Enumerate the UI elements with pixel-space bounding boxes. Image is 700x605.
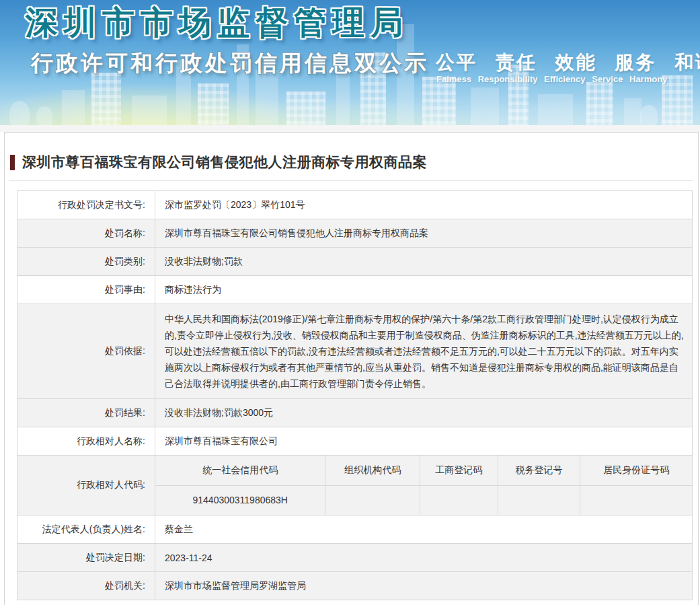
row-decision-date: 处罚决定日期: 2023-11-24 — [17, 544, 693, 572]
case-title-block: 深圳市尊百福珠宝有限公司销售侵犯他人注册商标专用权商品案 — [10, 153, 698, 172]
row-label: 处罚依据: — [17, 304, 155, 399]
title-divider — [9, 180, 693, 181]
codes-header-id-number: 居民身份证号码 — [580, 456, 692, 485]
codes-value-row: 91440300311980683H — [155, 485, 692, 515]
slogan-english: Faimess Responsibility Efficiency Servic… — [436, 74, 667, 84]
row-value: 中华人民共和国商标法(2019修正)/第七章注册商标专用权的保护/第六十条/第2… — [155, 304, 693, 399]
row-value: 2023-11-24 — [155, 544, 693, 572]
penalty-info-table: 行政处罚决定书文号: 深市监罗处罚〔2023〕翠竹101号 处罚名称: 深圳市尊… — [17, 190, 693, 600]
row-decision-number: 行政处罚决定书文号: 深市监罗处罚〔2023〕翠竹101号 — [17, 191, 693, 219]
row-value: 深圳市市场监督管理局罗湖监管局 — [155, 572, 693, 600]
tree-silhouette — [9, 101, 30, 125]
row-label: 处罚事由: — [17, 276, 155, 304]
agency-title: 深圳市市场监督管理局 — [26, 1, 409, 44]
building-silhouette — [62, 90, 85, 125]
codes-cell: 统一社会信用代码 组织机构代码 工商登记码 税务登记号 居民身份证号码 9144… — [155, 456, 693, 515]
building-silhouette — [471, 87, 499, 125]
header-banner: 深圳市市场监督管理局 行政许可和行政处罚信用信息双公示 公平 责任 效能 服务 … — [0, 0, 700, 125]
header-gap-band — [0, 125, 700, 132]
row-label: 行政相对人代码: — [17, 456, 155, 515]
row-label: 处罚结果: — [17, 399, 155, 427]
case-title: 深圳市尊百福珠宝有限公司销售侵犯他人注册商标专用权商品案 — [22, 153, 427, 172]
row-penalty-reason: 处罚事由: 商标违法行为 — [17, 276, 693, 304]
row-party-name: 行政相对人名称: 深圳市尊百福珠宝有限公司 — [17, 427, 693, 456]
row-penalty-category: 处罚类别: 没收非法财物;罚款 — [17, 248, 693, 276]
tree-silhouette — [36, 106, 52, 125]
building-silhouette — [586, 82, 613, 125]
codes-header-org-code: 组织机构代码 — [325, 456, 420, 485]
row-value: 商标违法行为 — [155, 276, 693, 304]
row-value: 没收非法财物;罚款3000元 — [155, 399, 693, 427]
row-label: 处罚机关: — [17, 572, 155, 600]
codes-header-business-reg: 工商登记码 — [420, 456, 498, 485]
row-value: 深圳市尊百福珠宝有限公司 — [155, 427, 693, 456]
codes-header-credit-code: 统一社会信用代码 — [155, 456, 325, 485]
building-silhouette — [198, 83, 229, 125]
row-penalty-name: 处罚名称: 深圳市尊百福珠宝有限公司销售侵犯他人注册商标专用权商品案 — [17, 219, 693, 248]
row-penalty-authority: 处罚机关: 深圳市市场监督管理局罗湖监管局 — [17, 572, 693, 600]
row-label: 行政相对人名称: — [17, 427, 155, 456]
row-party-codes: 行政相对人代码: 统一社会信用代码 组织机构代码 工商登记码 税 — [17, 456, 693, 515]
row-label: 处罚决定日期: — [17, 544, 155, 572]
building-silhouette — [624, 98, 641, 125]
codes-value-credit-code: 91440300311980683H — [155, 485, 325, 515]
row-value: 没收非法财物;罚款 — [155, 248, 693, 276]
building-silhouette — [538, 94, 573, 125]
codes-value-id-number — [580, 485, 692, 515]
row-label: 处罚名称: — [17, 219, 155, 248]
codes-value-org-code — [325, 485, 420, 515]
row-label: 处罚类别: — [17, 248, 155, 276]
content-panel: 深圳市尊百福珠宝有限公司销售侵犯他人注册商标专用权商品案 行政处罚决定书文号: … — [4, 132, 699, 605]
row-value: 蔡金兰 — [155, 515, 693, 544]
codes-value-business-reg — [420, 485, 498, 515]
tree-silhouette — [640, 105, 658, 125]
row-legal-representative: 法定代表人(负责人)姓名: 蔡金兰 — [17, 515, 693, 544]
banner-subtitle: 行政许可和行政处罚信用信息双公示 — [31, 48, 429, 79]
codes-header-row: 统一社会信用代码 组织机构代码 工商登记码 税务登记号 居民身份证号码 — [155, 456, 692, 485]
building-silhouette — [286, 92, 325, 125]
codes-subtable: 统一社会信用代码 组织机构代码 工商登记码 税务登记号 居民身份证号码 9144… — [155, 456, 692, 515]
building-silhouette — [91, 73, 121, 125]
row-penalty-basis: 处罚依据: 中华人民共和国商标法(2019修正)/第七章注册商标专用权的保护/第… — [17, 304, 693, 399]
row-penalty-result: 处罚结果: 没收非法财物;罚款3000元 — [17, 399, 693, 427]
slogan-chinese: 公平 责任 效能 服务 和谐 — [436, 50, 700, 75]
row-value: 深市监罗处罚〔2023〕翠竹101号 — [155, 191, 693, 219]
row-value: 深圳市尊百福珠宝有限公司销售侵犯他人注册商标专用权商品案 — [155, 219, 693, 248]
row-label: 法定代表人(负责人)姓名: — [17, 515, 155, 544]
title-accent-bar — [10, 155, 15, 170]
codes-value-tax-reg — [498, 485, 580, 515]
row-label: 行政处罚决定书文号: — [17, 191, 155, 219]
codes-header-tax-reg: 税务登记号 — [498, 456, 580, 485]
building-silhouette — [132, 96, 167, 125]
